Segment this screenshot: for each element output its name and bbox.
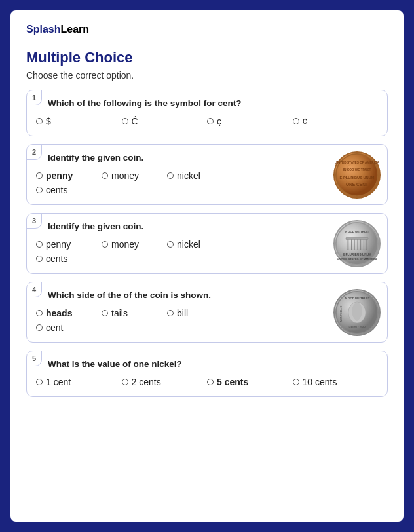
option-3-3[interactable]: nickel bbox=[167, 239, 233, 250]
option-circle-4-3 bbox=[167, 310, 174, 316]
option-label-4-2: tails bbox=[111, 308, 128, 318]
option-label-3-3: nickel bbox=[177, 239, 200, 250]
option-circle-2-2 bbox=[102, 172, 108, 179]
question-text-2: Identify the given coin. bbox=[48, 153, 378, 162]
option-label-1-3: ç bbox=[217, 116, 221, 126]
option-circle-3-1 bbox=[36, 241, 43, 248]
svg-text:E PLURIBUS UNUM: E PLURIBUS UNUM bbox=[343, 252, 371, 256]
question-card-1: 1Which of the following is the symbol fo… bbox=[26, 90, 388, 136]
questions-container: 1Which of the following is the symbol fo… bbox=[26, 90, 388, 397]
option-circle-2-3 bbox=[167, 172, 174, 179]
option-label-4-4: cent bbox=[46, 322, 63, 333]
option-4-2[interactable]: tails bbox=[102, 308, 167, 318]
options-row-2: pennymoneynickelcents bbox=[36, 170, 293, 195]
option-1-1[interactable]: $ bbox=[36, 116, 122, 126]
question-card-4: 4Which side of the of the coin is shown.… bbox=[26, 282, 388, 343]
option-label-2-4: cents bbox=[46, 185, 67, 195]
option-2-1[interactable]: penny bbox=[36, 170, 102, 181]
question-card-3: 3Identify the given coin.pennymoneynicke… bbox=[26, 213, 388, 274]
option-circle-5-2 bbox=[122, 379, 128, 385]
option-circle-1-2 bbox=[122, 118, 128, 124]
logo: SplashLearn bbox=[26, 24, 388, 41]
option-circle-4-1 bbox=[36, 310, 43, 316]
option-circle-3-2 bbox=[102, 241, 108, 248]
option-circle-1-4 bbox=[293, 118, 299, 124]
coin-image-2: UNITED STATES OF AMERICA IN GOD WE TRUST… bbox=[333, 151, 381, 199]
question-text-5: What is the value of one nickel? bbox=[48, 359, 378, 369]
option-1-3[interactable]: ç bbox=[207, 116, 293, 126]
option-label-5-3: 5 cents bbox=[217, 377, 248, 387]
question-card-5: 5What is the value of one nickel?1 cent2… bbox=[26, 351, 388, 397]
option-4-4[interactable]: cent bbox=[36, 322, 102, 333]
option-label-5-2: 2 cents bbox=[132, 377, 161, 387]
question-text-3: Identify the given coin. bbox=[48, 221, 378, 231]
svg-text:IN GOD WE TRUST: IN GOD WE TRUST bbox=[343, 168, 371, 172]
option-5-3[interactable]: 5 cents bbox=[207, 377, 293, 387]
option-2-4[interactable]: cents bbox=[36, 185, 102, 195]
option-label-4-3: bill bbox=[177, 308, 188, 318]
option-label-1-4: ¢ bbox=[303, 116, 308, 126]
option-circle-1-1 bbox=[36, 118, 43, 124]
option-label-5-1: 1 cent bbox=[46, 377, 71, 387]
option-circle-5-3 bbox=[207, 379, 214, 385]
question-number-2: 2 bbox=[26, 144, 42, 160]
options-row-5: 1 cent2 cents5 cents10 cents bbox=[36, 377, 378, 387]
option-label-1-1: $ bbox=[46, 116, 51, 126]
page-title: Multiple Choice bbox=[26, 49, 388, 66]
option-label-3-2: money bbox=[111, 239, 139, 250]
svg-rect-15 bbox=[346, 237, 368, 239]
svg-text:LIBERTY 2020: LIBERTY 2020 bbox=[349, 325, 366, 328]
option-circle-3-3 bbox=[167, 241, 174, 248]
logo-splash: Splash bbox=[26, 24, 60, 35]
question-card-2: 2Identify the given coin.pennymoneynicke… bbox=[26, 144, 388, 205]
coin-image-3: IN GOD WE TRUST E PLURIBUS UNUM UNITED S… bbox=[333, 220, 381, 267]
option-3-2[interactable]: money bbox=[102, 239, 167, 250]
option-label-2-1: penny bbox=[46, 170, 73, 181]
option-label-2-3: nickel bbox=[177, 170, 200, 181]
options-row-1: $Ćç¢ bbox=[36, 116, 378, 126]
option-5-2[interactable]: 2 cents bbox=[122, 377, 208, 387]
question-number-4: 4 bbox=[26, 282, 42, 297]
option-5-4[interactable]: 10 cents bbox=[293, 377, 379, 387]
question-number-5: 5 bbox=[26, 351, 42, 366]
option-5-1[interactable]: 1 cent bbox=[36, 377, 122, 387]
option-1-4[interactable]: ¢ bbox=[293, 116, 379, 126]
question-text-1: Which of the following is the symbol for… bbox=[48, 98, 378, 108]
options-row-4: headstailsbillcent bbox=[36, 308, 293, 333]
option-4-3[interactable]: bill bbox=[167, 308, 233, 318]
option-circle-5-4 bbox=[293, 379, 299, 385]
option-2-2[interactable]: money bbox=[102, 170, 167, 181]
option-label-3-1: penny bbox=[46, 239, 71, 250]
svg-text:MONTICELLO: MONTICELLO bbox=[340, 305, 343, 322]
option-circle-4-4 bbox=[36, 324, 43, 331]
question-number-1: 1 bbox=[26, 90, 42, 105]
coin-image-4: IN GOD WE TRUST LIBERTY 2020 MONTICELLO bbox=[333, 289, 381, 336]
option-2-3[interactable]: nickel bbox=[167, 170, 233, 181]
option-label-4-1: heads bbox=[46, 308, 72, 318]
option-label-1-2: Ć bbox=[132, 116, 138, 126]
logo-learn: Learn bbox=[60, 24, 89, 35]
options-row-3: pennymoneynickelcents bbox=[36, 239, 293, 264]
option-circle-4-2 bbox=[102, 310, 108, 316]
option-circle-2-4 bbox=[36, 187, 43, 193]
option-1-2[interactable]: Ć bbox=[122, 116, 208, 126]
option-circle-2-1 bbox=[36, 172, 43, 179]
option-4-1[interactable]: heads bbox=[36, 308, 102, 318]
page-subtitle: Choose the correct option. bbox=[26, 70, 388, 81]
svg-text:UNITED STATES OF AMERICA: UNITED STATES OF AMERICA bbox=[337, 257, 377, 260]
question-number-3: 3 bbox=[26, 213, 42, 229]
svg-text:IN GOD WE TRUST: IN GOD WE TRUST bbox=[345, 230, 370, 233]
option-circle-5-1 bbox=[36, 379, 43, 385]
option-circle-3-4 bbox=[36, 256, 43, 262]
svg-text:UNITED STATES OF AMERICA: UNITED STATES OF AMERICA bbox=[335, 161, 379, 164]
option-3-1[interactable]: penny bbox=[36, 239, 102, 250]
option-label-3-4: cents bbox=[46, 254, 67, 264]
main-page: SplashLearn Multiple Choice Choose the c… bbox=[10, 10, 404, 522]
option-circle-1-3 bbox=[207, 118, 214, 124]
question-text-4: Which side of the of the coin is shown. bbox=[48, 290, 378, 300]
option-label-2-2: money bbox=[111, 170, 139, 181]
option-3-4[interactable]: cents bbox=[36, 254, 102, 264]
svg-text:IN GOD WE TRUST: IN GOD WE TRUST bbox=[345, 297, 370, 300]
option-label-5-4: 10 cents bbox=[303, 377, 337, 387]
